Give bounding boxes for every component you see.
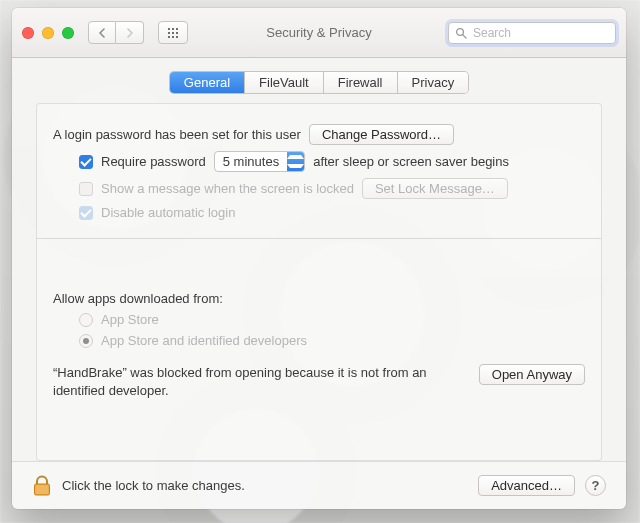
help-button[interactable]: ? [585,475,606,496]
require-password-delay-value: 5 minutes [215,154,287,169]
section-divider [37,238,601,239]
tab-privacy[interactable]: Privacy [397,72,469,93]
search-icon [455,27,467,39]
allow-appstore-radio [79,313,93,327]
require-password-delay-select[interactable]: 5 minutes [214,151,305,172]
set-lock-message-button: Set Lock Message… [362,178,508,199]
tabs-row: General FileVault Firewall Privacy [12,58,626,101]
allow-apps-heading-row: Allow apps downloaded from: [53,291,585,306]
search-input[interactable] [471,25,609,41]
blocked-app-text: “HandBrake” was blocked from opening bec… [53,364,463,399]
svg-rect-3 [36,485,49,494]
bottom-bar: Click the lock to make changes. Advanced… [12,461,626,509]
chevron-left-icon [98,25,106,41]
require-password-label: Require password [101,154,206,169]
login-password-row: A login password has been set for this u… [53,124,585,145]
zoom-window-button[interactable] [62,27,74,39]
lock-icon[interactable] [32,475,52,497]
require-password-row: Require password 5 minutes after sleep o… [53,151,585,172]
require-password-suffix: after sleep or screen saver begins [313,154,509,169]
tab-filevault[interactable]: FileVault [244,72,323,93]
tab-general[interactable]: General [170,72,244,93]
allow-apps-heading: Allow apps downloaded from: [53,291,223,306]
search-field-wrap[interactable] [448,22,616,44]
allow-appstore-row: App Store [53,312,585,327]
svg-line-1 [463,34,466,37]
titlebar: Security & Privacy [12,8,626,58]
chevron-right-icon [126,25,134,41]
advanced-button[interactable]: Advanced… [478,475,575,496]
window-controls [22,27,74,39]
allow-identified-row: App Store and identified developers [53,333,585,348]
disable-auto-login-row: Disable automatic login [53,205,585,220]
tab-firewall[interactable]: Firewall [323,72,397,93]
allow-appstore-label: App Store [101,312,159,327]
disable-auto-login-label: Disable automatic login [101,205,235,220]
require-password-checkbox[interactable] [79,155,93,169]
allow-identified-label: App Store and identified developers [101,333,307,348]
disable-auto-login-checkbox [79,206,93,220]
allow-identified-radio [79,334,93,348]
lock-message: Click the lock to make changes. [62,478,245,493]
tabs: General FileVault Firewall Privacy [170,72,468,93]
show-message-label: Show a message when the screen is locked [101,181,354,196]
preferences-window: Security & Privacy General FileVault Fir… [12,8,626,509]
login-password-text: A login password has been set for this u… [53,127,301,142]
back-button[interactable] [88,21,116,44]
close-window-button[interactable] [22,27,34,39]
show-message-checkbox [79,182,93,196]
forward-button[interactable] [116,21,144,44]
grid-icon [167,27,179,39]
minimize-window-button[interactable] [42,27,54,39]
blocked-app-row: “HandBrake” was blocked from opening bec… [53,364,585,399]
select-stepper-icon [287,152,304,171]
show-message-row: Show a message when the screen is locked… [53,178,585,199]
blocked-app-name: HandBrake [57,365,122,380]
general-panel: A login password has been set for this u… [36,103,602,461]
nav-back-forward [88,21,144,44]
change-password-button[interactable]: Change Password… [309,124,454,145]
show-all-prefs-button[interactable] [158,21,188,44]
open-anyway-button[interactable]: Open Anyway [479,364,585,385]
